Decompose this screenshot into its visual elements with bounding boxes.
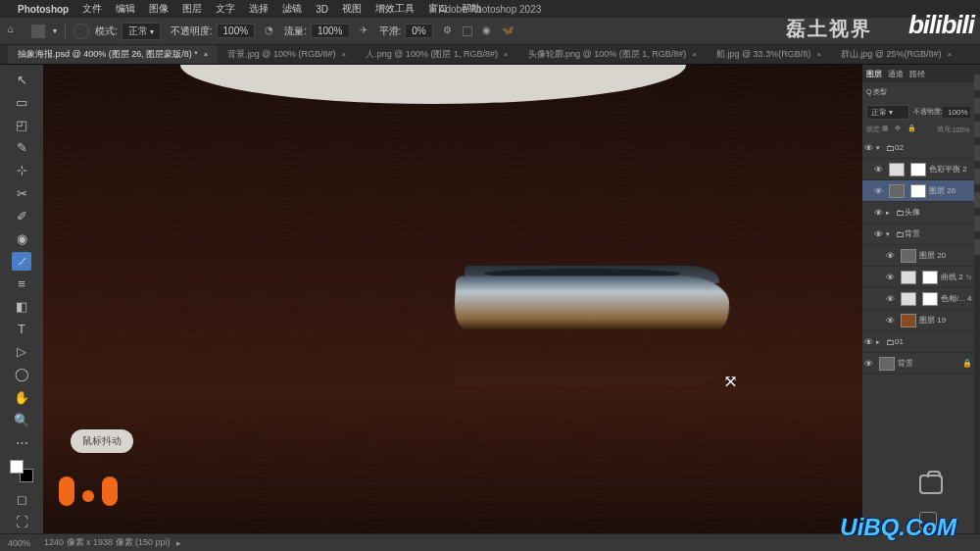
layer-name[interactable]: 背景 [905,228,972,239]
close-icon[interactable]: × [692,50,697,59]
symmetry-icon[interactable]: 🦋 [502,25,515,38]
mask-thumb[interactable] [922,292,938,306]
menu-view[interactable]: 视图 [342,2,362,16]
filter-type-label[interactable]: Q 类型 [866,87,887,97]
document-canvas[interactable]: ⤧ [43,65,862,533]
tab-5[interactable]: 群山.jpg @ 25%(RGB/8#)× [831,45,961,64]
fx-badge[interactable]: fx [966,274,971,280]
visibility-icon[interactable]: 👁 [864,143,876,153]
visibility-icon[interactable]: 👁 [886,273,898,282]
brush-preview-icon[interactable] [74,24,89,39]
adjustment-thumb[interactable] [889,163,905,176]
dock-adjust-icon[interactable] [974,122,980,137]
lasso-tool[interactable]: ◰ [12,116,31,134]
close-icon[interactable]: × [504,50,509,59]
layer-thumb[interactable] [889,184,905,198]
folder-arrow-icon[interactable]: ▾ [876,144,886,152]
layer-name[interactable]: 图层 19 [919,315,972,326]
opacity-input[interactable]: 100% [217,24,256,38]
tab-3[interactable]: 头像轮廓.png @ 100% (图层 1, RGB/8#)× [518,45,707,64]
layer-row[interactable]: 👁色彩平衡 2 [862,159,974,180]
folder-arrow-icon[interactable]: ▸ [876,338,886,346]
layer-name[interactable]: 图层 26 [929,185,972,196]
pressure-opacity-icon[interactable]: ◔ [265,25,278,38]
close-icon[interactable]: × [342,50,347,59]
shape-tool[interactable]: ◯ [12,365,31,383]
pen-tool[interactable]: ▷ [12,342,31,361]
menu-type[interactable]: 文字 [216,2,235,16]
screenmode-icon[interactable]: ⛶ [12,513,31,531]
layer-row[interactable]: 👁▸🗀01 [862,331,974,353]
brush-preset-icon[interactable] [31,25,45,38]
tab-layers[interactable]: 图层 [866,69,882,79]
adjustment-thumb[interactable] [901,292,916,306]
visibility-icon[interactable]: 👁 [886,294,898,304]
fill-input[interactable]: 100% [953,126,970,133]
type-tool[interactable]: T [12,320,31,338]
dock-history-icon[interactable] [974,145,980,161]
blend-mode-dropdown[interactable]: 正常 ▾ [866,105,909,120]
app-name[interactable]: Photoshop [18,4,69,15]
dock-properties-icon[interactable] [974,169,980,184]
menu-plugins[interactable]: 增效工具 [375,2,415,16]
stamp-tool[interactable]: ≡ [12,275,31,293]
info-dropdown-icon[interactable]: ▸ [176,538,181,548]
folder-arrow-icon[interactable]: ▸ [886,209,896,217]
angle-checkbox[interactable] [463,26,472,36]
layer-row[interactable]: 👁图层 19 [862,310,974,331]
layer-name[interactable]: 背景 [898,358,962,369]
menu-select[interactable]: 选择 [249,2,269,16]
layer-row[interactable]: 👁曲线 2fx [862,267,974,288]
edit-toolbar-icon[interactable]: ⋯ [12,433,31,452]
menu-layer[interactable]: 图层 [182,2,202,16]
menu-file[interactable]: 文件 [82,2,102,16]
adjustment-thumb[interactable] [901,271,916,284]
layer-name[interactable]: 头像 [905,207,972,218]
crop-tool[interactable]: ⊹ [12,161,31,179]
lock-all-icon[interactable]: 🔒 [907,125,917,134]
canvas-workspace[interactable]: ⤧ [43,65,862,533]
dock-color-icon[interactable] [974,75,980,90]
document-info[interactable]: 1240 像素 x 1938 像素 (150 ppi) [44,536,171,549]
color-swatches[interactable] [10,460,33,482]
home-icon[interactable]: ⌂ [8,24,24,39]
mode-dropdown[interactable]: 正常▾ [122,23,161,40]
visibility-icon[interactable]: 👁 [874,186,886,196]
visibility-icon[interactable]: 👁 [864,337,876,347]
zoom-tool[interactable]: 🔍 [12,411,31,429]
tab-paths[interactable]: 路径 [909,69,925,79]
layer-thumb[interactable] [901,314,916,327]
mask-thumb[interactable] [910,184,926,198]
move-tool[interactable]: ↖ [12,71,31,89]
mask-thumb[interactable] [922,271,938,284]
layer-name[interactable]: 曲线 2 [941,272,966,282]
tab-channels[interactable]: 通道 [888,69,904,79]
pressure-size-icon[interactable]: ◉ [482,25,496,38]
smooth-input[interactable]: 0% [405,24,432,38]
close-icon[interactable]: × [947,50,952,59]
eraser-tool[interactable]: ◧ [12,297,31,316]
menu-image[interactable]: 图像 [149,2,169,16]
mask-thumb[interactable] [910,163,926,176]
dock-libraries-icon[interactable] [974,192,980,208]
dock-actions-icon[interactable] [974,216,980,231]
layer-name[interactable]: 图层 20 [919,250,972,261]
lock-position-icon[interactable]: ✥ [895,125,905,134]
tab-1[interactable]: 背景.jpg @ 100% (RGB/8#)× [218,45,356,64]
layer-name[interactable]: 02 [895,143,972,152]
wand-tool[interactable]: ✎ [12,138,31,157]
brush-tool[interactable]: ⟋ [12,252,31,271]
visibility-icon[interactable]: 👁 [864,359,876,369]
menu-edit[interactable]: 编辑 [116,2,135,16]
layer-name[interactable]: 色相/... 4 [941,293,972,304]
layer-name[interactable]: 色彩平衡 2 [929,164,972,175]
smooth-settings-icon[interactable]: ⚙ [443,25,457,38]
tab-2[interactable]: 人.png @ 100% (图层 1, RGB/8#)× [356,45,517,64]
layer-row[interactable]: 👁色相/... 4 [862,288,974,310]
layer-row[interactable]: 👁图层 20 [862,245,974,267]
tab-0[interactable]: 抽象海报.psd @ 400% (图层 26, 图层蒙版/8) *× [8,45,218,64]
layer-name[interactable]: 01 [895,337,972,346]
close-icon[interactable]: × [816,50,821,59]
quickmask-icon[interactable]: ◻ [12,490,31,509]
tab-4[interactable]: 船.jpg @ 33.3%(RGB/8)× [707,45,831,64]
